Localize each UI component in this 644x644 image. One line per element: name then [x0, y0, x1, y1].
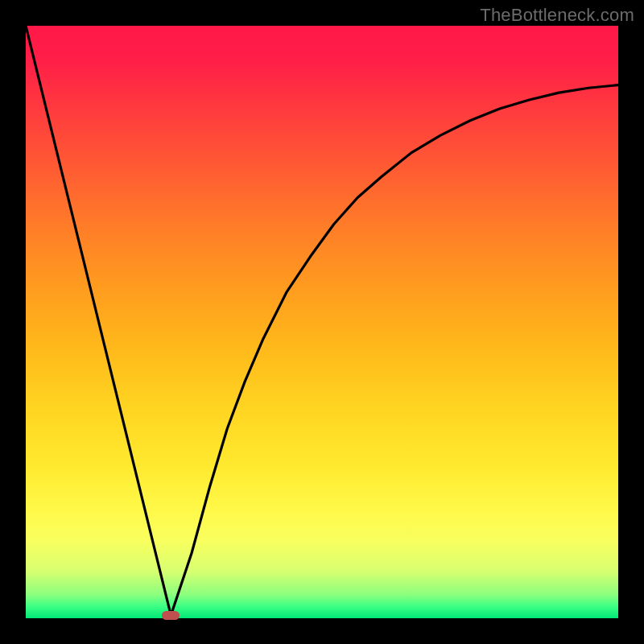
bottleneck-curve: [26, 26, 618, 618]
chart-frame: TheBottleneck.com: [0, 0, 644, 644]
plot-area: [26, 26, 618, 618]
watermark-text: TheBottleneck.com: [480, 5, 634, 26]
minimum-marker: [162, 611, 180, 620]
